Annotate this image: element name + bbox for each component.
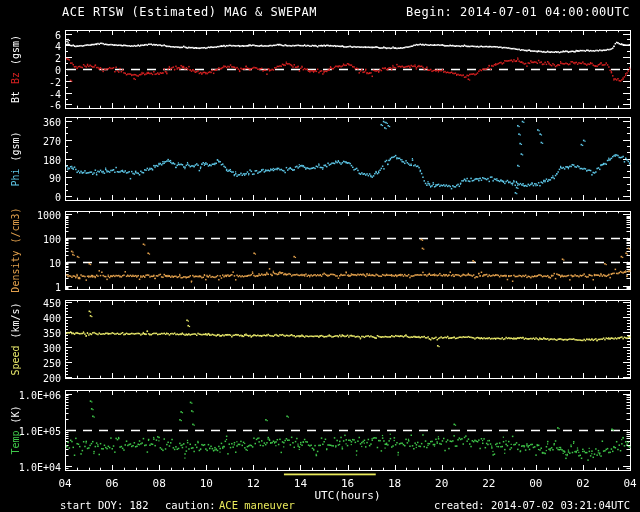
y-axis-title-part: Speed xyxy=(10,346,21,376)
caution-value: ACE maneuver xyxy=(219,499,295,511)
x-tick-label: 20 xyxy=(435,477,448,490)
x-tick-label: 22 xyxy=(482,477,495,490)
x-tick-label: 00 xyxy=(529,477,542,490)
begin-timestamp: Begin: 2014-07-01 04:00:00UTC xyxy=(406,5,630,19)
x-tick-label: 04 xyxy=(58,477,71,490)
x-tick-label: 04 xyxy=(623,477,636,490)
x-tick-label: 06 xyxy=(105,477,118,490)
plot-canvas xyxy=(0,0,640,512)
plot-title: ACE RTSW (Estimated) MAG & SWEPAM xyxy=(62,5,317,19)
x-tick-label: 08 xyxy=(153,477,166,490)
y-axis-title: Speed(km/s) xyxy=(10,302,21,375)
y-tick-label: 1.0E+06 xyxy=(0,389,61,400)
y-tick-label: 360 xyxy=(0,116,61,127)
x-tick-label: 02 xyxy=(576,477,589,490)
start-doy-label: start DOY: 182 xyxy=(60,499,149,511)
y-axis-title-part: Temp xyxy=(10,430,21,454)
y-axis-title-part: Phi xyxy=(10,168,21,186)
y-axis-title: Phi(gsm) xyxy=(10,131,21,186)
y-axis-title: Density(/cm3) xyxy=(10,207,21,292)
x-tick-label: 14 xyxy=(294,477,307,490)
y-tick-label: 1.0E+04 xyxy=(0,461,61,472)
caution-label: caution: xyxy=(165,499,216,511)
x-axis-title: UTC(hours) xyxy=(314,489,380,502)
ace-rtsw-plot: ACE RTSW (Estimated) MAG & SWEPAM Begin:… xyxy=(0,0,640,512)
x-tick-label: 10 xyxy=(200,477,213,490)
created-timestamp: created: 2014-07-02 03:21:04UTC xyxy=(434,499,630,511)
y-axis-title-part: Bt xyxy=(10,91,21,103)
y-axis-title-part: Bz xyxy=(10,72,21,84)
y-axis-title-part: (gsm) xyxy=(10,35,21,65)
x-tick-label: 12 xyxy=(247,477,260,490)
x-tick-label: 18 xyxy=(388,477,401,490)
y-axis-title-part: Density xyxy=(10,250,21,292)
y-axis-title-part: (km/s) xyxy=(10,302,21,338)
y-axis-title: BtBz(gsm) xyxy=(10,35,21,103)
y-axis-title: Temp(K) xyxy=(10,405,21,454)
y-tick-label: 0 xyxy=(0,191,61,202)
y-axis-title-part: (/cm3) xyxy=(10,207,21,243)
y-axis-title-part: (gsm) xyxy=(10,131,21,161)
y-axis-title-part: (K) xyxy=(10,405,21,423)
